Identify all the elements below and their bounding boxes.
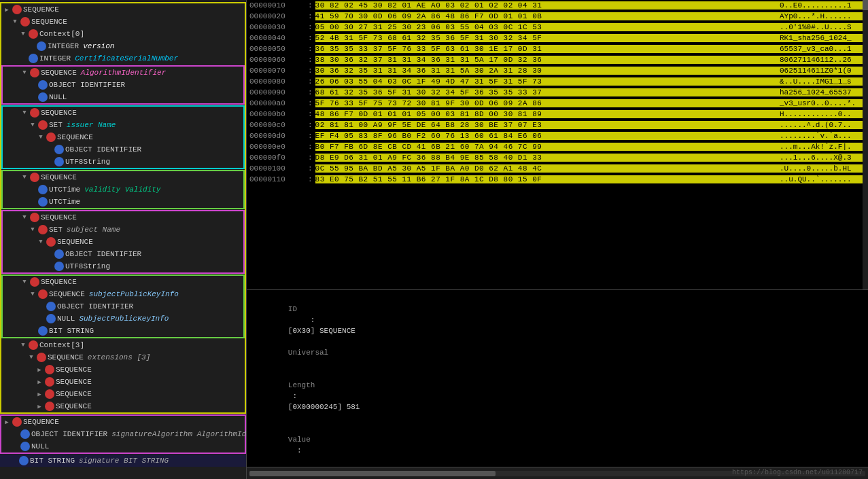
expand-seq-root[interactable] <box>3 5 11 14</box>
expand-seq-ext5[interactable] <box>35 402 44 410</box>
expand-context0[interactable] <box>19 30 27 38</box>
group-pubkey: SEQUENCE SEQUENCE subjectPublicKeyInfo O… <box>1 274 245 338</box>
expand-set-issuer[interactable] <box>29 121 37 129</box>
tree-node-int-serial[interactable]: INTEGER CertificateSerialNumber <box>1 52 245 65</box>
group-yellow-sequence: SEQUENCE SEQUENCE Context[0] <box>0 2 246 414</box>
tree-node-seq-ext5[interactable]: SEQUENCE <box>1 400 245 412</box>
expand-seq-issuer[interactable] <box>20 109 29 117</box>
expand-seq-sig-root[interactable] <box>3 418 11 426</box>
tree-node-seq-subject2[interactable]: SEQUENCE <box>3 236 243 248</box>
hex-row[interactable]: 00000070 : 30 36 32 35 31 31 34 36 31 31… <box>247 65 868 76</box>
tree-node-set-subject[interactable]: SET subject Name <box>3 224 243 236</box>
hex-row[interactable]: 00000050 : 36 35 35 33 37 5F 76 33 5F 63… <box>247 43 868 54</box>
expand-seq-ext4[interactable] <box>35 390 44 398</box>
icon-seq-issuer2 <box>46 132 56 142</box>
tree-node-seq1[interactable]: SEQUENCE <box>1 16 245 28</box>
hex-row[interactable]: 000000d0 : EF F4 05 83 8F 96 B0 F2 60 76… <box>247 130 868 141</box>
hex-row[interactable]: 000000b0 : 48 86 F7 0D 01 01 01 05 00 03… <box>247 109 868 120</box>
right-panel: 00000010 : 30 82 02 45 30 82 01 AE A0 03… <box>247 0 868 479</box>
hex-scrollbar-thumb[interactable] <box>863 0 868 10</box>
hex-row[interactable]: 00000040 : 52 4B 31 5F 73 68 61 32 35 36… <box>247 33 868 43</box>
tree-node-utf8-subject[interactable]: UTF8String <box>3 260 243 272</box>
label-seq-ext3: SEQUENCE <box>56 378 92 386</box>
expand-seq1[interactable] <box>11 18 19 26</box>
tree-node-oid-subject[interactable]: OBJECT IDENTIFIER <box>3 248 243 260</box>
hex-scrollbar[interactable] <box>863 0 868 289</box>
hex-row[interactable]: 000000e0 : B0 F7 FB 6D 8E CB CD 41 6B 21… <box>247 141 868 152</box>
tree-node-seq-pubkey2[interactable]: SEQUENCE subjectPublicKeyInfo <box>3 288 243 300</box>
tree-node-bitstr-sig[interactable]: BIT STRING signature BIT STRING <box>0 455 246 467</box>
tree-node-utc2[interactable]: UTCTime <box>3 196 243 208</box>
tree-node-seq-issuer2[interactable]: SEQUENCE <box>3 131 243 143</box>
hex-row[interactable]: 00000020 : 41 59 70 30 0D 06 09 2A 86 48… <box>247 11 868 22</box>
hex-row[interactable]: 000000c0 : 02 81 81 00 A9 9F 5E DE 64 B8… <box>247 120 868 130</box>
hex-ascii: ..0'1%0#..U....S <box>780 23 868 31</box>
label-utf8-subject: UTF8String <box>65 262 110 270</box>
expand-seq-issuer2[interactable] <box>37 133 45 141</box>
icon-oid-sigalg <box>20 429 30 439</box>
hex-address: 00000020 <box>247 12 308 20</box>
tree-node-seq-validity[interactable]: SEQUENCE <box>3 171 243 183</box>
expand-seq-ext2[interactable] <box>35 366 44 374</box>
expand-seq-subject2[interactable] <box>37 238 45 246</box>
tree-node-utc1[interactable]: UTCTime validity Validity <box>3 183 243 196</box>
expand-seq-ext3[interactable] <box>35 378 44 386</box>
tree-node-seq-issuer[interactable]: SEQUENCE <box>3 107 243 119</box>
expand-set-subject[interactable] <box>29 226 37 234</box>
tree-node-seq-sig-root[interactable]: SEQUENCE <box>1 416 245 428</box>
tree-node-null-pubkey[interactable]: NULL SubjectPublicKeyInfo <box>3 313 243 325</box>
tree-node-null-alg[interactable]: NULL <box>3 91 243 103</box>
tree-node-int-version[interactable]: INTEGER version <box>1 40 245 52</box>
hex-row[interactable]: 00000100 : 0C 55 95 BA BD A5 30 A5 1F BA… <box>247 163 868 174</box>
expand-seq-subject[interactable] <box>20 213 29 221</box>
tree-node-seq-ext4[interactable]: SEQUENCE <box>1 388 245 400</box>
hex-row[interactable]: 00000090 : 68 61 32 35 36 5F 31 30 32 34… <box>247 87 868 98</box>
expand-seq-ext1[interactable] <box>27 353 35 361</box>
tree-node-oid-sigalg[interactable]: OBJECT IDENTIFIER signatureAlgorithm Alg… <box>1 428 245 440</box>
tree-node-seq-ext1[interactable]: SEQUENCE extensions [3] <box>1 351 245 363</box>
label-seq-subject2: SEQUENCE <box>57 238 93 246</box>
icon-oid-subject <box>54 249 64 259</box>
tree-node-context3[interactable]: Context[3] <box>1 339 245 351</box>
icon-seq-root <box>12 5 22 14</box>
tree-node-seq-alg[interactable]: SEQUENCE AlgorithmIdentifier <box>3 67 243 79</box>
tree-node-bitstr-pubkey[interactable]: BIT STRING <box>3 325 243 337</box>
hex-row[interactable]: 00000030 : 05 00 30 27 31 25 30 23 06 03… <box>247 22 868 33</box>
hex-ascii: 806271146112..26 <box>780 56 868 64</box>
hex-view[interactable]: 00000010 : 30 82 02 45 30 82 01 AE A0 03… <box>247 0 868 289</box>
expand-seq-pubkey[interactable] <box>20 278 29 286</box>
tree-node-seq-subject[interactable]: SEQUENCE <box>3 211 243 224</box>
tree-node-context0[interactable]: Context[0] <box>1 28 245 40</box>
ann-pubkey-info2: SubjectPublicKeyInfo <box>79 315 169 323</box>
tree-node-seq-ext3[interactable]: SEQUENCE <box>1 376 245 388</box>
hex-bytes: 02 81 81 00 A9 9F 5E DE 64 B8 28 30 BE 3… <box>315 121 780 129</box>
hex-row[interactable]: 00000010 : 30 82 02 45 30 82 01 AE A0 03… <box>247 0 868 11</box>
tree-node-oid-pubkey[interactable]: OBJECT IDENTIFIER <box>3 300 243 313</box>
expand-context3[interactable] <box>19 341 27 349</box>
tree-node-seq-root[interactable]: SEQUENCE <box>1 3 245 16</box>
icon-context0 <box>29 29 38 39</box>
expand-seq-validity[interactable] <box>20 173 29 181</box>
expand-seq-alg[interactable] <box>20 69 29 77</box>
tree-node-null-sigalg[interactable]: NULL <box>1 440 245 453</box>
icon-seq-subject2 <box>46 237 56 247</box>
tree-node-seq-ext2[interactable]: SEQUENCE <box>1 363 245 376</box>
hex-row[interactable]: 000000a0 : 5F 76 33 5F 75 73 72 30 81 9F… <box>247 98 868 109</box>
tree-node-oid-alg[interactable]: OBJECT IDENTIFIER <box>3 79 243 91</box>
hex-row[interactable]: 000000f0 : D8 E9 D6 31 01 A9 FC 36 88 B4… <box>247 152 868 163</box>
tree-node-utf8-issuer[interactable]: UTF8String <box>3 156 243 168</box>
bottom-scrollbar-thumb[interactable] <box>249 471 496 476</box>
hex-row[interactable]: 00000060 : 38 30 36 32 37 31 31 34 36 31… <box>247 54 868 65</box>
expand-seq-pubkey2[interactable] <box>29 290 37 298</box>
ann-serial: CertificateSerialNumber <box>75 54 178 63</box>
left-panel[interactable]: SEQUENCE SEQUENCE Context[0] <box>0 0 247 479</box>
label-oid-subject: OBJECT IDENTIFIER <box>65 250 141 258</box>
tree-node-oid-issuer[interactable]: OBJECT IDENTIFIER <box>3 143 243 156</box>
icon-seq-ext5 <box>45 402 54 411</box>
tree-node-seq-pubkey[interactable]: SEQUENCE <box>3 276 243 288</box>
hex-ascii: ...1...6....X@.3 <box>780 154 868 162</box>
hex-ascii: ..u.QU..`....... <box>780 175 868 183</box>
hex-row[interactable]: 00000110 : 83 E0 75 B2 51 55 11 B6 27 1F… <box>247 174 868 185</box>
tree-node-set-issuer[interactable]: SET issuer Name <box>3 119 243 131</box>
hex-row[interactable]: 00000080 : 26 06 03 55 04 03 0C 1F 49 4D… <box>247 76 868 87</box>
